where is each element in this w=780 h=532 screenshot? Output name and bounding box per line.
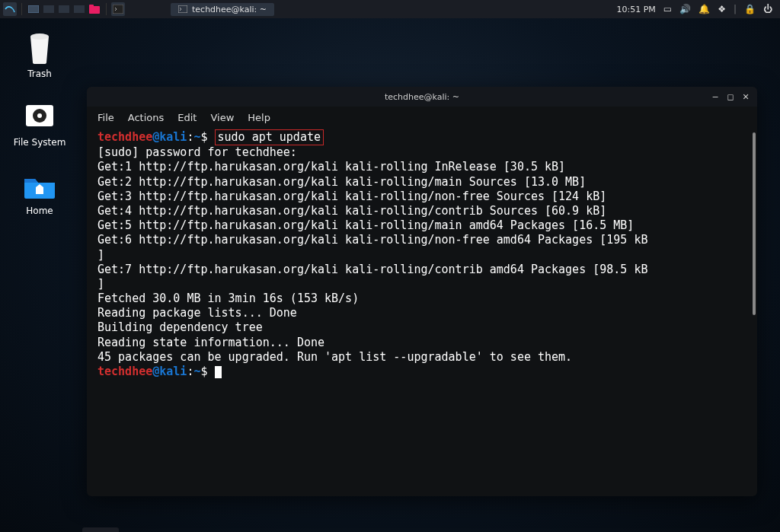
terminal-icon <box>178 5 187 13</box>
close-button[interactable]: ✕ <box>739 90 753 104</box>
svg-rect-1 <box>43 5 54 13</box>
taskbar-window-title: techdhee@kali: ~ <box>192 5 267 14</box>
taskbar-active-window[interactable]: techdhee@kali: ~ <box>171 3 274 16</box>
display-icon[interactable]: ▭ <box>663 4 672 14</box>
filesystem-label: File System <box>14 137 66 148</box>
menu-help[interactable]: Help <box>248 112 270 123</box>
lock-icon[interactable]: 🔒 <box>744 4 756 14</box>
workspace-4-icon[interactable] <box>72 2 86 16</box>
menu-actions[interactable]: Actions <box>128 112 165 123</box>
svg-rect-2 <box>59 5 69 13</box>
menu-file[interactable]: File <box>98 112 114 123</box>
workspace-1-icon[interactable] <box>27 2 40 16</box>
terminal-taskbar-icon[interactable] <box>111 2 125 16</box>
svg-rect-7 <box>178 5 187 13</box>
svg-rect-6 <box>113 5 123 14</box>
terminal-menubar: File Actions Edit View Help <box>87 107 757 128</box>
trash-label: Trash <box>27 68 52 79</box>
taskbar: techdhee@kali: ~ 10:51 PM ▭ 🔊 🔔 ❖ | 🔒 ⏻ <box>0 0 780 18</box>
minimize-button[interactable]: ─ <box>708 90 722 104</box>
notifications-icon[interactable]: 🔔 <box>698 4 710 14</box>
trash-icon[interactable]: Trash <box>9 30 70 79</box>
terminal-body[interactable]: techdhee@kali:~$ sudo apt update[sudo] p… <box>87 128 757 496</box>
menu-view[interactable]: View <box>210 112 234 123</box>
updates-icon[interactable]: ❖ <box>718 4 726 14</box>
svg-rect-5 <box>89 5 94 8</box>
terminal-titlebar[interactable]: techdhee@kali: ~ ─ ◻ ✕ <box>87 87 757 107</box>
clock[interactable]: 10:51 PM <box>617 5 656 14</box>
desktop-icons: Trash File System Home <box>9 30 70 216</box>
workspace-2-icon[interactable] <box>42 2 56 16</box>
terminal-window: techdhee@kali: ~ ─ ◻ ✕ File Actions Edit… <box>87 87 757 496</box>
volume-icon[interactable]: 🔊 <box>679 4 691 14</box>
svg-point-11 <box>37 113 42 118</box>
files-icon[interactable] <box>88 2 101 16</box>
taskbar-left <box>0 2 125 16</box>
panel-handle[interactable] <box>82 527 119 532</box>
power-icon[interactable]: ⏻ <box>763 4 772 14</box>
svg-point-8 <box>30 33 49 40</box>
menu-edit[interactable]: Edit <box>177 112 197 123</box>
kali-menu-icon[interactable] <box>3 2 17 16</box>
svg-rect-3 <box>74 5 85 13</box>
taskbar-right: 10:51 PM ▭ 🔊 🔔 ❖ | 🔒 ⏻ <box>617 4 780 14</box>
terminal-title: techdhee@kali: ~ <box>87 92 757 102</box>
workspace-3-icon[interactable] <box>57 2 71 16</box>
svg-rect-0 <box>28 5 39 13</box>
terminal-scrollbar[interactable] <box>753 132 756 315</box>
home-icon[interactable]: Home <box>9 167 70 216</box>
home-label: Home <box>26 205 53 216</box>
filesystem-icon[interactable]: File System <box>9 99 70 148</box>
maximize-button[interactable]: ◻ <box>724 90 737 104</box>
separator-icon: | <box>734 4 737 14</box>
